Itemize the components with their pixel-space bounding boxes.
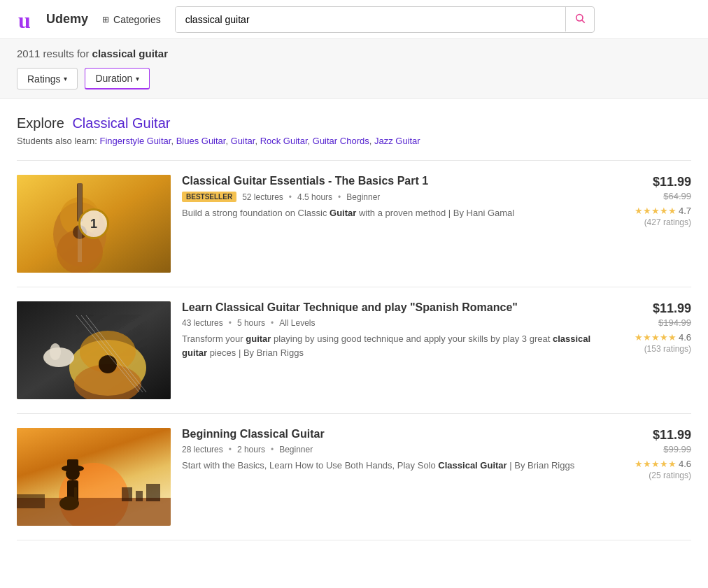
course-title-1[interactable]: Classical Guitar Essentials - The Basics… — [182, 175, 610, 187]
also-learn-link-1[interactable]: Blues Guitar — [176, 136, 226, 146]
stars-row-3: ★★★★★ 4.6 — [621, 459, 691, 469]
svg-point-16 — [99, 355, 117, 373]
main-content: Explore Classical Guitar Students also l… — [0, 99, 708, 557]
duration-filter-label: Duration — [95, 73, 132, 84]
also-learn-link-2[interactable]: Guitar — [231, 136, 255, 146]
level-1: Beginner — [346, 192, 380, 202]
course-info-2: Learn Classical Guitar Technique and pla… — [182, 301, 610, 359]
svg-point-18 — [50, 343, 61, 360]
table-row: Beginning Classical Guitar 28 lectures •… — [17, 414, 691, 540]
stars-row-2: ★★★★★ 4.6 — [621, 332, 691, 343]
ratings-filter-label: Ratings — [27, 73, 60, 85]
svg-line-2 — [582, 20, 585, 23]
also-learn-link-4[interactable]: Guitar Chords — [313, 136, 369, 146]
duration-filter-button[interactable]: Duration ▾ — [85, 68, 150, 89]
course-thumbnail-3[interactable] — [17, 428, 171, 526]
chevron-down-icon: ▾ — [64, 75, 67, 83]
ratings-count-3: (25 ratings) — [621, 471, 691, 480]
stars-2: ★★★★★ — [635, 332, 677, 343]
course-meta-3: 28 lectures • 2 hours • Beginner — [182, 445, 610, 454]
also-learn-link-3[interactable]: Rock Guitar — [260, 136, 308, 146]
course-thumbnail-2[interactable] — [17, 301, 171, 399]
results-text: 2011 results for classical guitar — [17, 48, 691, 59]
svg-rect-32 — [136, 491, 143, 501]
also-learn-prefix: Students also learn: — [17, 136, 97, 146]
udemy-logo[interactable]: u Udemy — [17, 7, 88, 32]
bestseller-badge-1: Bestseller — [182, 192, 236, 202]
stars-row-1: ★★★★★ 4.7 — [621, 206, 691, 216]
course-title-2[interactable]: Learn Classical Guitar Technique and pla… — [182, 301, 610, 314]
course-price-area-3: $11.99 $99.99 ★★★★★ 4.6 (25 ratings) — [621, 428, 691, 480]
ratings-count-1: (427 ratings) — [621, 217, 691, 227]
price-original-3: $99.99 — [621, 444, 691, 454]
explore-section: Explore Classical Guitar Students also l… — [17, 115, 691, 146]
course-image-3 — [17, 428, 171, 526]
duration-3: 2 hours — [237, 445, 265, 454]
price-current-2: $11.99 — [621, 301, 691, 316]
results-query: classical guitar — [92, 48, 168, 59]
rating-value-2: 4.6 — [679, 332, 691, 343]
course-list: 1 Classical Guitar Essentials - The Basi… — [17, 160, 691, 540]
results-count: 2011 — [17, 48, 40, 59]
price-current-1: $11.99 — [621, 175, 691, 189]
course-price-area-2: $11.99 $194.99 ★★★★★ 4.6 (153 ratings) — [621, 301, 691, 354]
search-icon — [574, 15, 586, 26]
course-description-2: Transform your guitar playing by using g… — [182, 332, 610, 359]
search-bar — [175, 6, 595, 33]
svg-rect-34 — [17, 494, 45, 508]
categories-button[interactable]: ⊞ Categories — [102, 14, 161, 25]
grid-icon: ⊞ — [102, 15, 109, 24]
lectures-3: 28 lectures — [182, 445, 223, 454]
rating-value-1: 4.7 — [679, 206, 691, 216]
duration-2: 5 hours — [237, 318, 265, 328]
ratings-filter-button[interactable]: Ratings ▾ — [17, 68, 78, 89]
rank-badge-1: 1 — [78, 208, 109, 239]
header: u Udemy ⊞ Categories — [0, 0, 708, 39]
course-price-area-1: $11.99 $64.99 ★★★★★ 4.7 (427 ratings) — [621, 175, 691, 227]
course-info-1: Classical Guitar Essentials - The Basics… — [182, 175, 610, 220]
course-description-3: Start with the Basics, Learn How to Use … — [182, 459, 610, 473]
level-3: Beginner — [279, 445, 313, 454]
also-learn-link-5[interactable]: Jazz Guitar — [374, 136, 420, 146]
course-description-1: Build a strong foundation on Classic Gui… — [182, 206, 610, 220]
lectures-2: 43 lectures — [182, 318, 223, 328]
course-image-2 — [17, 301, 171, 399]
stars-3: ★★★★★ — [635, 459, 677, 469]
svg-rect-30 — [67, 459, 78, 469]
chevron-down-icon: ▾ — [136, 75, 139, 83]
ratings-count-2: (153 ratings) — [621, 344, 691, 354]
duration-1: 4.5 hours — [297, 192, 332, 202]
price-original-1: $64.99 — [621, 191, 691, 201]
stars-1: ★★★★★ — [635, 206, 677, 216]
filter-buttons: Ratings ▾ Duration ▾ — [17, 68, 691, 89]
price-original-2: $194.99 — [621, 317, 691, 328]
course-title-3[interactable]: Beginning Classical Guitar — [182, 428, 610, 440]
udemy-logo-text: Udemy — [46, 12, 88, 27]
explore-title: Explore Classical Guitar — [17, 115, 691, 131]
categories-label: Categories — [113, 14, 161, 25]
table-row: 1 Classical Guitar Essentials - The Basi… — [17, 161, 691, 287]
search-button[interactable] — [565, 7, 594, 31]
filter-bar: 2011 results for classical guitar Rating… — [0, 39, 708, 99]
udemy-logo-icon: u — [17, 7, 42, 32]
svg-rect-28 — [74, 487, 77, 507]
lectures-1: 52 lectures — [242, 192, 283, 202]
table-row: Learn Classical Guitar Technique and pla… — [17, 287, 691, 414]
course-meta-2: 43 lectures • 5 hours • All Levels — [182, 318, 610, 328]
rating-value-3: 4.6 — [679, 459, 691, 469]
course-meta-1: Bestseller 52 lectures • 4.5 hours • Beg… — [182, 192, 610, 202]
course-thumbnail-1[interactable]: 1 — [17, 175, 171, 273]
also-learn: Students also learn: Fingerstyle Guitar,… — [17, 136, 691, 146]
explore-highlight: Classical Guitar — [72, 115, 170, 131]
svg-rect-31 — [122, 487, 132, 501]
results-prefix: results for — [43, 48, 92, 59]
svg-rect-33 — [146, 484, 160, 501]
price-current-3: $11.99 — [621, 428, 691, 443]
svg-text:u: u — [18, 8, 31, 32]
also-learn-link-0[interactable]: Fingerstyle Guitar — [100, 136, 171, 146]
level-2: All Levels — [279, 318, 315, 328]
search-input[interactable] — [176, 7, 565, 32]
svg-point-1 — [576, 15, 582, 21]
explore-prefix: Explore — [17, 115, 64, 131]
course-info-3: Beginning Classical Guitar 28 lectures •… — [182, 428, 610, 473]
